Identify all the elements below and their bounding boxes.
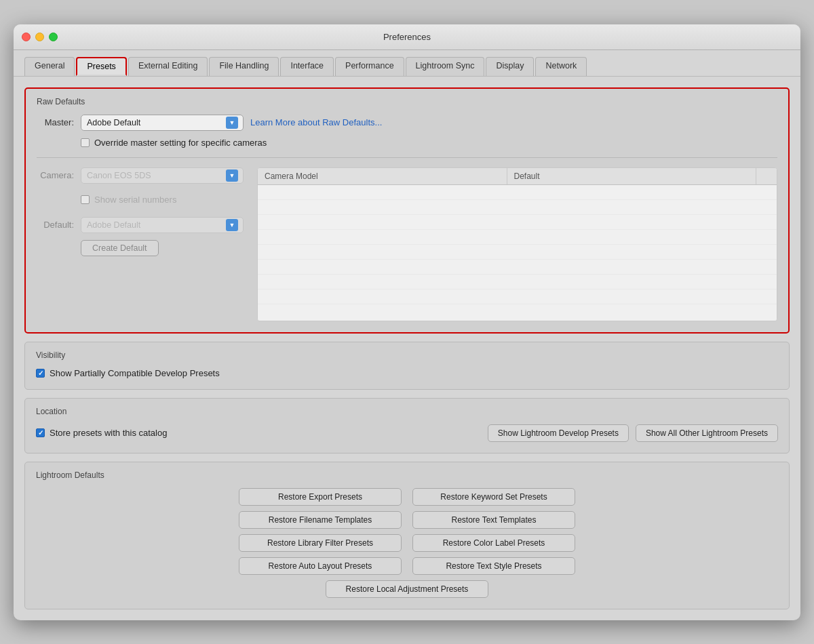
restore-library-filter-presets-button[interactable]: Restore Library Filter Presets: [239, 534, 402, 552]
store-presets-checkbox[interactable]: [36, 428, 45, 437]
camera-section: Camera: Canon EOS 5DS Show serial number…: [37, 167, 777, 321]
visibility-section: Visibility Show Partially Compatible Dev…: [24, 342, 790, 390]
master-select-wrapper: Adobe Default: [81, 115, 244, 131]
tab-lightroom-sync[interactable]: Lightroom Sync: [406, 57, 485, 76]
location-section: Location Store presets with this catalog…: [24, 398, 790, 454]
raw-defaults-title: Raw Defaults: [37, 97, 777, 106]
table-col-camera: Camera Model: [258, 168, 507, 184]
camera-left: Camera: Canon EOS 5DS Show serial number…: [37, 167, 244, 321]
table-row: [258, 200, 777, 215]
show-presets-label: Show Partially Compatible Develop Preset…: [50, 368, 220, 378]
camera-table: Camera Model Default: [257, 167, 777, 321]
default-select-wrapper: Adobe Default: [81, 217, 244, 233]
default-label: Default:: [37, 220, 74, 230]
tab-bar: General Presets External Editing File Ha…: [14, 50, 800, 77]
camera-row: Camera: Canon EOS 5DS: [37, 167, 244, 184]
visibility-row: Show Partially Compatible Develop Preset…: [36, 368, 778, 378]
defaults-row-3: Restore Library Filter Presets Restore C…: [36, 534, 778, 552]
restore-color-label-presets-button[interactable]: Restore Color Label Presets: [412, 534, 575, 552]
camera-select[interactable]: Canon EOS 5DS: [81, 167, 244, 184]
tab-general[interactable]: General: [24, 57, 75, 76]
location-buttons: Show Lightroom Develop Presets Show All …: [488, 424, 778, 442]
tab-interface[interactable]: Interface: [280, 57, 334, 76]
title-bar: Preferences: [14, 24, 800, 50]
table-row: [258, 260, 777, 275]
create-default-button[interactable]: Create Default: [81, 240, 159, 256]
tab-display[interactable]: Display: [486, 57, 534, 76]
show-other-presets-button[interactable]: Show All Other Lightroom Presets: [636, 424, 778, 442]
defaults-row-1: Restore Export Presets Restore Keyword S…: [36, 488, 778, 506]
override-label: Override master setting for specific cam…: [94, 138, 267, 148]
location-left: Store presets with this catalog: [36, 428, 167, 438]
table-row: [258, 289, 777, 304]
preferences-window: Preferences General Presets External Edi…: [14, 24, 800, 620]
camera-select-wrapper: Canon EOS 5DS: [81, 167, 244, 184]
restore-filename-templates-button[interactable]: Restore Filename Templates: [239, 511, 402, 529]
show-serial-label: Show serial numbers: [94, 195, 176, 205]
defaults-row-5: Restore Local Adjustment Presets: [36, 580, 778, 598]
table-header: Camera Model Default: [258, 168, 777, 185]
maximize-button[interactable]: [49, 33, 58, 41]
camera-label: Camera:: [37, 170, 74, 180]
override-checkbox-row: Override master setting for specific cam…: [81, 138, 777, 148]
default-row: Default: Adobe Default: [37, 217, 244, 233]
table-col-extra: [756, 168, 777, 184]
restore-local-adjustment-presets-button[interactable]: Restore Local Adjustment Presets: [326, 580, 488, 598]
tab-external-editing[interactable]: External Editing: [128, 57, 208, 76]
restore-text-style-presets-button[interactable]: Restore Text Style Presets: [412, 557, 575, 575]
master-row: Master: Adobe Default Learn More about R…: [37, 115, 777, 131]
tab-file-handling[interactable]: File Handling: [209, 57, 279, 76]
restore-export-presets-button[interactable]: Restore Export Presets: [239, 488, 402, 506]
table-row: [258, 185, 777, 200]
minimize-button[interactable]: [35, 33, 44, 41]
master-select[interactable]: Adobe Default: [81, 115, 244, 131]
content-area: Raw Defaults Master: Adobe Default Learn…: [14, 77, 800, 620]
traffic-lights: [22, 33, 58, 41]
show-serial-checkbox[interactable]: [81, 195, 90, 204]
store-presets-label: Store presets with this catalog: [50, 428, 167, 438]
tab-presets[interactable]: Presets: [76, 57, 126, 76]
window-title: Preferences: [383, 32, 431, 42]
table-col-default: Default: [507, 168, 757, 184]
divider-1: [37, 157, 777, 158]
tab-network[interactable]: Network: [535, 57, 587, 76]
lightroom-defaults-section: Lightroom Defaults Restore Export Preset…: [24, 462, 790, 609]
restore-keyword-set-presets-button[interactable]: Restore Keyword Set Presets: [412, 488, 575, 506]
table-row: [258, 275, 777, 289]
table-body: [258, 185, 777, 321]
defaults-grid: Restore Export Presets Restore Keyword S…: [36, 488, 778, 598]
restore-auto-layout-presets-button[interactable]: Restore Auto Layout Presets: [239, 557, 402, 575]
visibility-title: Visibility: [36, 350, 778, 360]
default-select[interactable]: Adobe Default: [81, 217, 244, 233]
defaults-row-2: Restore Filename Templates Restore Text …: [36, 511, 778, 529]
table-row: [258, 245, 777, 260]
master-label: Master:: [37, 117, 74, 127]
override-checkbox[interactable]: [81, 138, 90, 147]
location-title: Location: [36, 407, 778, 416]
show-develop-presets-button[interactable]: Show Lightroom Develop Presets: [488, 424, 629, 442]
close-button[interactable]: [22, 33, 31, 41]
table-row: [258, 230, 777, 245]
restore-text-templates-button[interactable]: Restore Text Templates: [412, 511, 575, 529]
show-presets-checkbox[interactable]: [36, 369, 45, 378]
table-row: [258, 215, 777, 230]
show-serial-row: Show serial numbers: [81, 195, 244, 205]
defaults-row-4: Restore Auto Layout Presets Restore Text…: [36, 557, 778, 575]
lightroom-defaults-title: Lightroom Defaults: [36, 470, 778, 480]
location-row: Store presets with this catalog Show Lig…: [36, 424, 778, 442]
tab-performance[interactable]: Performance: [335, 57, 404, 76]
learn-more-link[interactable]: Learn More about Raw Defaults...: [250, 117, 382, 127]
raw-defaults-section: Raw Defaults Master: Adobe Default Learn…: [24, 87, 790, 334]
